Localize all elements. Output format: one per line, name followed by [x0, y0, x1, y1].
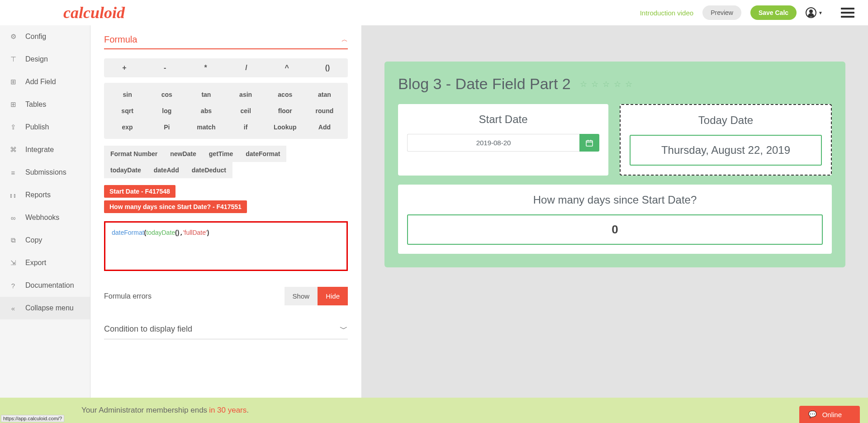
save-calc-button[interactable]: Save Calc [750, 5, 797, 20]
calendar-button[interactable] [579, 134, 599, 152]
function-row-4: Format Number newDate getTime dateFormat [104, 146, 348, 162]
fn-abs[interactable]: abs [186, 103, 226, 119]
fn-dateadd[interactable]: dateAdd [147, 162, 185, 178]
calendar-icon [586, 139, 593, 147]
fn-ceil[interactable]: ceil [226, 103, 266, 119]
field-tag-start-date[interactable]: Start Date - F417548 [104, 185, 175, 198]
sidebar-item-collapse[interactable]: «Collapse menu [0, 297, 90, 319]
fn-todaydate[interactable]: todayDate [104, 162, 147, 178]
status-link: https://app.calculoid.com/? [1, 415, 64, 422]
sidebar-label: Export [25, 259, 46, 267]
caret-down-icon: ▼ [818, 10, 823, 15]
user-icon [806, 7, 816, 18]
online-label: Online [822, 411, 842, 418]
op-plus[interactable]: + [104, 58, 145, 77]
fn-log[interactable]: log [147, 103, 186, 119]
sidebar-item-webhooks[interactable]: ∞Webhooks [0, 206, 90, 229]
sidebar-item-publish[interactable]: ⇪Publish [0, 116, 90, 138]
section-title: Formula [104, 34, 137, 45]
sidebar-item-design[interactable]: ⊤Design [0, 48, 90, 71]
user-menu[interactable]: ▼ [806, 7, 823, 18]
fn-lookup[interactable]: Lookup [266, 119, 305, 135]
preview-canvas: Blog 3 - Date Field Part 2 ☆ ☆ ☆ ☆ ☆ Sta… [362, 25, 868, 398]
field-tag-days-since[interactable]: How many days since Start Date? - F41755… [104, 200, 247, 213]
sidebar-label: Config [25, 33, 46, 41]
formula-editor-panel: Formula ︿ + - * / ^ () sin cos tan asin … [90, 25, 362, 398]
start-date-card[interactable]: Start Date 2019-08-20 [398, 104, 608, 176]
fn-tan[interactable]: tan [186, 86, 226, 103]
sidebar-item-reports[interactable]: ⫾⫾Reports [0, 184, 90, 206]
export-icon: ⇲ [9, 259, 17, 267]
op-multiply[interactable]: * [185, 58, 226, 77]
sidebar-label: Collapse menu [25, 304, 74, 312]
sidebar-label: Publish [25, 123, 49, 131]
op-power[interactable]: ^ [266, 58, 307, 77]
table-icon: ⊞ [9, 100, 17, 109]
condition-section-header[interactable]: Condition to display field ﹀ [104, 323, 348, 339]
gear-icon: ⚙ [9, 33, 17, 41]
webhooks-icon: ∞ [9, 214, 17, 222]
online-chat-button[interactable]: 💬 Online [799, 406, 860, 423]
fn-newdate[interactable]: newDate [164, 146, 203, 162]
logo[interactable]: calculoid [63, 3, 125, 22]
fn-pi[interactable]: Pi [147, 119, 186, 135]
fn-match[interactable]: match [186, 119, 226, 135]
sidebar-label: Copy [25, 236, 42, 244]
fn-floor[interactable]: floor [266, 103, 305, 119]
preview-button[interactable]: Preview [702, 5, 741, 20]
fn-round[interactable]: round [305, 103, 344, 119]
formula-section-header[interactable]: Formula ︿ [104, 34, 348, 49]
today-date-card[interactable]: Today Date Thursday, August 22, 2019 [620, 104, 832, 176]
submissions-icon: ≡ [9, 169, 17, 176]
fn-acos[interactable]: acos [266, 86, 305, 103]
sidebar-item-copy[interactable]: ⧉Copy [0, 229, 90, 252]
help-icon: ? [9, 282, 17, 290]
fn-if[interactable]: if [226, 119, 266, 135]
fn-datededuct[interactable]: dateDeduct [185, 162, 232, 178]
fn-sin[interactable]: sin [108, 86, 147, 103]
function-grid: sin cos tan asin acos atan sqrt log abs … [104, 83, 348, 139]
membership-text: Your Administrator membership ends [81, 406, 207, 415]
sidebar-item-export[interactable]: ⇲Export [0, 252, 90, 274]
fn-gettime[interactable]: getTime [203, 146, 239, 162]
calculator-container: Blog 3 - Date Field Part 2 ☆ ☆ ☆ ☆ ☆ Sta… [384, 62, 845, 267]
field-tags: Start Date - F417548 How many days since… [104, 185, 348, 213]
left-sidebar: ⚙Config ⊤Design ⊞Add Field ⊞Tables ⇪Publ… [0, 25, 90, 423]
formula-input[interactable]: dateFormat(todayDate(),'fullDate') [104, 221, 348, 271]
result-value: 0 [407, 214, 823, 245]
rating-stars[interactable]: ☆ ☆ ☆ ☆ ☆ [580, 79, 633, 89]
op-parens[interactable]: () [307, 58, 348, 77]
sidebar-label: Webhooks [25, 214, 59, 222]
sidebar-label: Documentation [25, 281, 74, 290]
membership-highlight: in 30 years [209, 406, 247, 415]
result-title: How many days since Start Date? [407, 194, 823, 206]
sidebar-item-config[interactable]: ⚙Config [0, 25, 90, 48]
sidebar-item-tables[interactable]: ⊞Tables [0, 93, 90, 116]
calculator-title: Blog 3 - Date Field Part 2 [398, 75, 571, 93]
sidebar-item-documentation[interactable]: ?Documentation [0, 274, 90, 297]
start-date-input[interactable]: 2019-08-20 [407, 134, 579, 152]
membership-suffix: . [247, 406, 249, 415]
sidebar-item-submissions[interactable]: ≡Submissions [0, 161, 90, 184]
reports-icon: ⫾⫾ [9, 191, 17, 199]
hide-errors-button[interactable]: Hide [318, 287, 348, 305]
result-card[interactable]: How many days since Start Date? 0 [398, 185, 832, 254]
start-date-title: Start Date [407, 113, 599, 126]
op-minus[interactable]: - [145, 58, 185, 77]
fn-dateformat[interactable]: dateFormat [239, 146, 286, 162]
sidebar-item-integrate[interactable]: ⌘Integrate [0, 138, 90, 161]
fn-cos[interactable]: cos [147, 86, 186, 103]
fn-exp[interactable]: exp [108, 119, 147, 135]
fn-add[interactable]: Add [305, 119, 344, 135]
fn-sqrt[interactable]: sqrt [108, 103, 147, 119]
fn-atan[interactable]: atan [305, 86, 344, 103]
hamburger-menu[interactable] [841, 8, 854, 18]
fn-format-number[interactable]: Format Number [104, 146, 164, 162]
sidebar-label: Reports [25, 191, 51, 199]
intro-video-link[interactable]: Introduction video [640, 9, 693, 17]
sidebar-item-add-field[interactable]: ⊞Add Field [0, 71, 90, 93]
op-divide[interactable]: / [226, 58, 266, 77]
show-errors-button[interactable]: Show [285, 287, 318, 305]
chevron-up-icon: ︿ [342, 36, 348, 44]
fn-asin[interactable]: asin [226, 86, 266, 103]
